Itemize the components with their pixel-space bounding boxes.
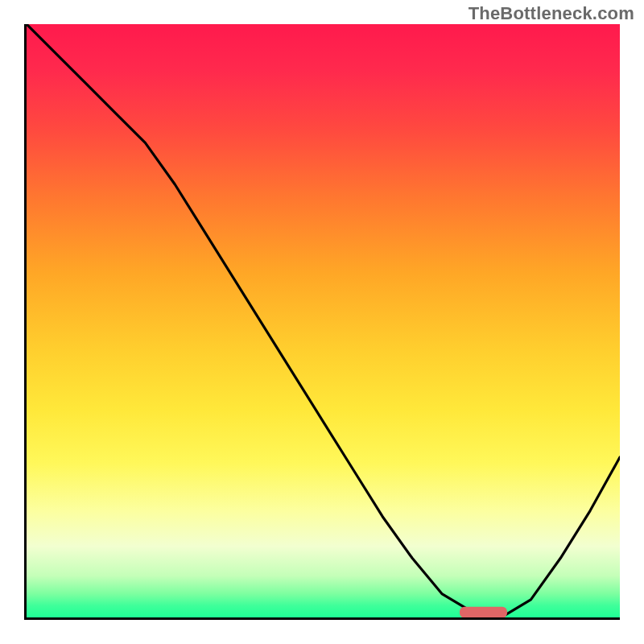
watermark-text: TheBottleneck.com: [469, 3, 634, 24]
chart-container: TheBottleneck.com: [0, 0, 644, 644]
chart-svg: [27, 24, 620, 617]
plot-area: [24, 24, 620, 620]
optimal-marker: [460, 607, 507, 617]
bottleneck-curve: [27, 24, 620, 617]
